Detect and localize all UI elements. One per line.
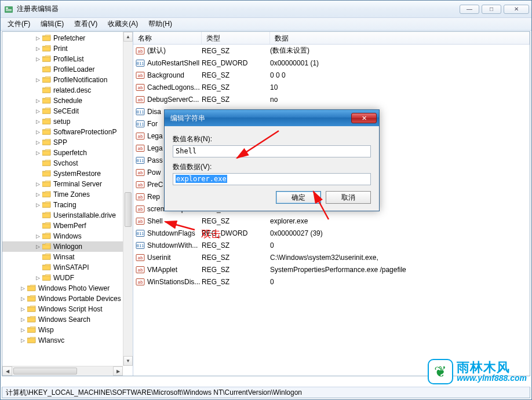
menu-fav[interactable]: 收藏夹(A) (103, 18, 143, 30)
tree-item[interactable]: Prefetcher (2, 33, 133, 43)
tree-item[interactable]: ProfileLoader (2, 64, 133, 75)
tree-item[interactable]: SoftwareProtectionP (2, 127, 133, 137)
list-row[interactable]: abCachedLogons...REG_SZ10 (133, 81, 530, 93)
list-row[interactable]: 011ShutdownWith...REG_SZ0 (133, 239, 530, 251)
cell-name: abShell (133, 216, 202, 226)
tree-item[interactable]: Superfetch (2, 148, 133, 158)
tree-item[interactable]: Print (2, 43, 133, 54)
tree-item[interactable]: Userinstallable.drive (2, 210, 133, 221)
expand-icon[interactable] (34, 45, 42, 53)
tree-item[interactable]: Windows Portable Devices (2, 293, 133, 304)
tree-item[interactable]: Tracing (2, 200, 133, 210)
tree-item[interactable]: Windows (2, 231, 133, 241)
expand-icon[interactable] (19, 284, 27, 292)
tree-item[interactable]: Windows Script Host (2, 304, 133, 314)
list-row[interactable]: abVMAppletREG_SZSystemPropertiesPerforma… (133, 263, 530, 276)
tree-item[interactable]: Terminal Server (2, 179, 133, 189)
expand-icon[interactable] (19, 305, 27, 313)
list-row[interactable]: abShellREG_SZexplorer.exe (133, 215, 530, 227)
close-button[interactable]: ✕ (504, 5, 529, 14)
scroll-down-button[interactable]: ▼ (123, 356, 133, 366)
expand-icon[interactable] (34, 118, 42, 126)
expand-icon[interactable] (34, 138, 42, 146)
expand-icon[interactable] (34, 128, 42, 136)
expand-icon[interactable] (34, 274, 42, 282)
expand-icon[interactable] (34, 222, 42, 230)
expand-icon[interactable] (34, 253, 42, 261)
expand-icon[interactable] (19, 315, 27, 324)
menu-view[interactable]: 查看(V) (70, 18, 102, 30)
scroll-thumb[interactable] (125, 192, 132, 227)
expand-icon[interactable] (34, 159, 42, 167)
expand-icon[interactable] (19, 336, 27, 344)
list-row[interactable]: abDebugServerC...REG_SZno (133, 93, 530, 105)
tree-item[interactable]: Winsat (2, 252, 133, 262)
tree-item[interactable]: ProfileNotification (2, 75, 133, 85)
scroll-up-button[interactable]: ▲ (123, 32, 133, 42)
expand-icon[interactable] (34, 243, 42, 251)
expand-icon[interactable] (34, 65, 42, 74)
scroll-track[interactable] (123, 42, 133, 356)
scroll-left-button[interactable]: ◀ (2, 366, 12, 376)
list-row[interactable]: abBackgroundREG_SZ0 0 0 (133, 69, 530, 81)
col-header-name[interactable]: 名称 (133, 32, 202, 44)
expand-icon[interactable] (34, 170, 42, 178)
tree-item[interactable]: SPP (2, 137, 133, 148)
tree-item[interactable]: Time Zones (2, 189, 133, 200)
minimize-button[interactable]: — (460, 5, 479, 14)
tree-item[interactable]: WUDF (2, 273, 133, 283)
cell-data: 0x00000027 (39) (270, 229, 530, 237)
tree-item[interactable]: WinSATAPI (2, 262, 133, 273)
list-row[interactable]: abWinStationsDis...REG_SZ0 (133, 276, 530, 288)
expand-icon[interactable] (34, 34, 42, 42)
tree-item[interactable]: Winlogon (2, 241, 133, 252)
expand-icon[interactable] (34, 180, 42, 188)
menu-edit[interactable]: 编辑(E) (36, 18, 68, 30)
hscroll-thumb[interactable] (13, 368, 77, 375)
scroll-right-button[interactable]: ▶ (113, 366, 123, 376)
hscroll-track[interactable] (12, 366, 113, 376)
expand-icon[interactable] (34, 55, 42, 63)
expand-icon[interactable] (34, 190, 42, 199)
expand-icon[interactable] (34, 107, 42, 115)
tree-item[interactable]: Wlansvc (2, 335, 133, 346)
tree-horizontal-scrollbar[interactable]: ◀ ▶ (2, 366, 123, 376)
expand-icon[interactable] (19, 295, 27, 303)
expand-icon[interactable] (34, 263, 42, 271)
dialog-titlebar[interactable]: 编辑字符串 ✕ (165, 110, 379, 126)
tree-item[interactable]: SeCEdit (2, 106, 133, 116)
tree-item[interactable]: setup (2, 116, 133, 127)
tree-item[interactable]: Svchost (2, 158, 133, 168)
expand-icon[interactable] (34, 76, 42, 84)
col-header-type[interactable]: 类型 (202, 32, 270, 44)
ok-button[interactable]: 确定 (276, 191, 321, 204)
tree-item[interactable]: Schedule (2, 96, 133, 106)
expand-icon[interactable] (34, 86, 42, 94)
menu-file[interactable]: 文件(F) (3, 18, 35, 30)
list-row[interactable]: 011AutoRestartShellREG_DWORD0x00000001 (… (133, 57, 530, 69)
tree-item[interactable]: SystemRestore (2, 168, 133, 179)
tree-vertical-scrollbar[interactable]: ▲ ▼ (123, 32, 133, 366)
menu-help[interactable]: 帮助(H) (144, 18, 177, 30)
expand-icon[interactable] (34, 201, 42, 209)
expand-icon[interactable] (34, 97, 42, 105)
tree-item[interactable]: WbemPerf (2, 221, 133, 231)
dialog-close-button[interactable]: ✕ (351, 113, 377, 123)
list-row[interactable]: 011ShutdownFlagsREG_DWORD0x00000027 (39) (133, 227, 530, 239)
tree-item[interactable]: related.desc (2, 85, 133, 96)
value-name-field[interactable]: Shell (173, 145, 371, 157)
expand-icon[interactable] (19, 326, 27, 334)
cancel-button[interactable]: 取消 (326, 191, 371, 204)
expand-icon[interactable] (34, 232, 42, 240)
tree-item[interactable]: Windows Photo Viewer (2, 283, 133, 293)
maximize-button[interactable]: □ (482, 5, 501, 14)
list-row[interactable]: abUserinitREG_SZC:\Windows\system32\user… (133, 251, 530, 263)
tree-item[interactable]: Windows Search (2, 314, 133, 325)
tree-item[interactable]: ProfileList (2, 54, 133, 64)
value-data-field[interactable]: explorer.exe (173, 173, 371, 185)
tree-item[interactable]: Wisp (2, 325, 133, 335)
col-header-data[interactable]: 数据 (270, 32, 530, 44)
expand-icon[interactable] (34, 149, 42, 157)
list-row[interactable]: ab(默认)REG_SZ(数值未设置) (133, 45, 530, 57)
expand-icon[interactable] (34, 211, 42, 219)
